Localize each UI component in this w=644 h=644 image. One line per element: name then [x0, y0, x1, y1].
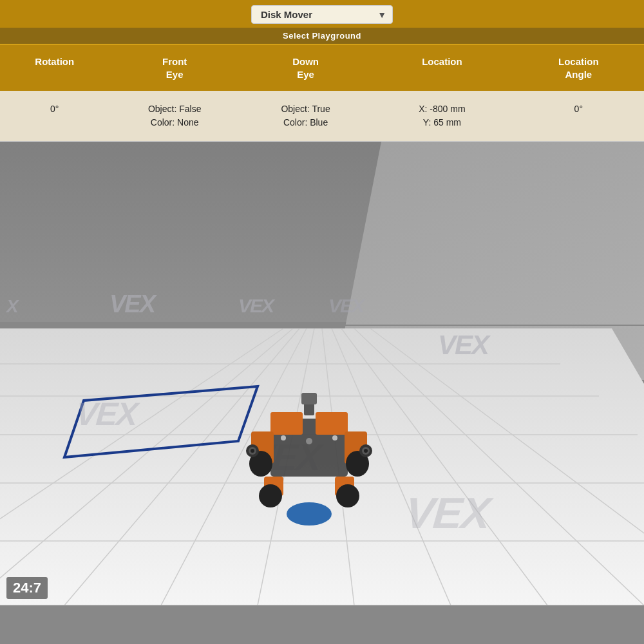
- svg-text:VEX: VEX: [403, 488, 495, 537]
- robot-select[interactable]: Disk Mover Line Follower Clawbot: [251, 5, 393, 24]
- col-rotation-header: Rotation: [0, 52, 109, 84]
- rotation-value: 0°: [0, 97, 109, 135]
- front-eye-line2: Color: None: [111, 116, 237, 129]
- dropdown-wrapper[interactable]: Disk Mover Line Follower Clawbot ▼: [251, 5, 393, 24]
- svg-point-44: [332, 435, 337, 440]
- col-location-angle-header: LocationAngle: [513, 52, 644, 84]
- dropdown-row: Disk Mover Line Follower Clawbot ▼: [251, 5, 393, 24]
- svg-rect-30: [270, 412, 303, 435]
- svg-point-51: [364, 449, 368, 453]
- down-eye-line1: Object: True: [243, 102, 368, 116]
- location-angle-value: 0°: [513, 97, 644, 135]
- svg-point-48: [251, 449, 254, 453]
- location-value: X: -800 mm Y: 65 mm: [371, 97, 513, 135]
- svg-point-42: [287, 502, 332, 526]
- svg-text:VEX: VEX: [109, 290, 158, 317]
- floor-grid: VEX VEX X VEX VEX VEX VEX VEX: [0, 142, 644, 605]
- svg-point-38: [259, 484, 282, 507]
- svg-text:VEX: VEX: [438, 330, 491, 360]
- down-eye-value: Object: True Color: Blue: [240, 97, 371, 135]
- col-front-eye-header: FrontEye: [109, 52, 240, 84]
- top-bar: Disk Mover Line Follower Clawbot ▼ Selec…: [0, 0, 644, 44]
- svg-point-39: [336, 484, 359, 507]
- svg-text:X: X: [5, 296, 20, 316]
- sensor-table-header: Rotation FrontEye DownEye Location Locat…: [0, 44, 644, 91]
- 3d-viewport: VEX VEX X VEX VEX VEX VEX VEX: [0, 142, 644, 605]
- svg-text:VEX: VEX: [238, 295, 276, 316]
- svg-point-45: [306, 438, 312, 444]
- svg-rect-31: [316, 412, 348, 435]
- down-eye-line2: Color: Blue: [243, 116, 368, 129]
- front-eye-line1: Object: False: [111, 102, 237, 116]
- svg-point-43: [281, 435, 286, 440]
- front-eye-value: Object: False Color: None: [109, 97, 240, 135]
- timer-display: 24:7: [6, 577, 48, 599]
- select-playground-button[interactable]: Select Playground: [0, 28, 644, 44]
- location-line1: X: -800 mm: [374, 102, 510, 116]
- sensor-data-row: 0° Object: False Color: None Object: Tru…: [0, 91, 644, 142]
- col-down-eye-header: DownEye: [240, 52, 371, 84]
- col-location-header: Location: [371, 52, 513, 84]
- svg-text:VEX: VEX: [328, 295, 366, 316]
- svg-text:VEX: VEX: [75, 396, 141, 432]
- location-line2: Y: 65 mm: [374, 116, 510, 129]
- svg-rect-41: [301, 393, 317, 404]
